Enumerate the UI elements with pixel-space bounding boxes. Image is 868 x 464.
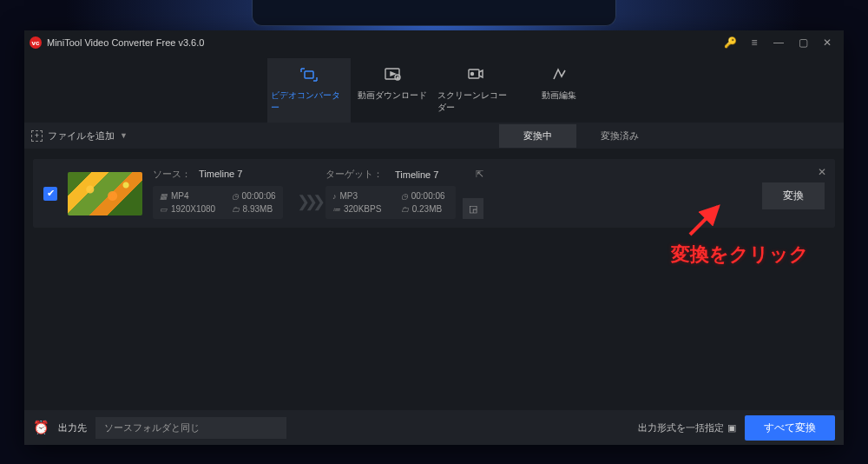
chevron-down-icon[interactable]: ▼ — [120, 131, 128, 140]
output-folder-value: ソースフォルダと同じ — [104, 421, 200, 434]
clock-icon: ◷ — [232, 192, 239, 201]
tab-label: 動画ダウンロード — [358, 89, 427, 102]
settings-square-icon: ▣ — [727, 422, 736, 434]
resolution-icon: ▭ — [160, 205, 168, 214]
download-icon — [383, 65, 402, 84]
source-info: ソース： Timeline 7 ▦MP4 ◷00:00:06 ▭1920X108… — [153, 168, 283, 219]
source-name: Timeline 7 — [199, 169, 242, 179]
app-window: vc MiniTool Video Converter Free v3.6.0 … — [24, 30, 844, 445]
source-format: MP4 — [171, 191, 189, 201]
status-tabs: 変換中 変換済み — [499, 124, 663, 148]
clock-icon: ◷ — [401, 192, 408, 201]
tab-label: ビデオコンバーター — [271, 89, 347, 114]
target-format: MP3 — [340, 191, 358, 201]
editor-icon — [549, 65, 569, 84]
tab-done[interactable]: 変換済み — [576, 124, 663, 148]
tab-video-download[interactable]: 動画ダウンロード — [351, 58, 434, 123]
storage-icon: 🗀 — [232, 205, 240, 214]
output-folder-select[interactable]: ソースフォルダと同じ — [95, 417, 286, 439]
recorder-icon — [466, 65, 485, 84]
svg-rect-0 — [305, 71, 313, 78]
tab-video-editor[interactable]: 動画編集 — [517, 58, 601, 123]
target-settings-button[interactable]: ◲ — [463, 198, 483, 219]
target-duration: 00:00:06 — [411, 191, 445, 201]
win11-taskbar-top — [252, 0, 616, 26]
tab-label: スクリーンレコーダー — [437, 89, 514, 114]
svg-point-4 — [471, 73, 474, 76]
add-file-label: ファイルを追加 — [48, 129, 115, 143]
tab-in-progress[interactable]: 変換中 — [499, 124, 576, 148]
source-duration: 00:00:06 — [242, 191, 276, 201]
target-size: 0.23MB — [412, 204, 442, 214]
app-title: MiniTool Video Converter Free v3.6.0 — [47, 37, 204, 48]
maximize-icon[interactable]: ▢ — [797, 36, 809, 49]
batch-format-link[interactable]: 出力形式を一括指定 ▣ — [638, 421, 736, 434]
tab-video-converter[interactable]: ビデオコンバーター — [267, 58, 351, 123]
converter-icon — [299, 65, 319, 84]
add-file-button[interactable]: + ファイルを追加 ▼ — [31, 129, 128, 143]
remove-task-icon[interactable]: ✕ — [818, 166, 826, 178]
premium-key-icon[interactable]: 🔑 — [724, 36, 736, 49]
arrow-separator-icon: ❯❯❯ — [297, 192, 320, 211]
target-info: ターゲット： Timeline 7 ⇱ ♪MP3 ◷00:00:06 ≔320K… — [326, 168, 483, 219]
main-tabs: ビデオコンバーター 動画ダウンロード スクリーンレコーダー 動画編集 — [24, 55, 844, 123]
source-label: ソース： — [153, 169, 191, 179]
schedule-icon[interactable]: ⏰ — [33, 420, 49, 435]
minimize-icon[interactable]: — — [773, 36, 785, 49]
source-size: 8.93MB — [243, 204, 273, 214]
music-icon: ♪ — [332, 192, 337, 201]
target-label: ターゲット： — [326, 168, 383, 181]
task-list: ✕ ✔ ソース： Timeline 7 ▦MP4 ◷00:00:06 ▭1920… — [24, 149, 844, 410]
task-row: ✕ ✔ ソース： Timeline 7 ▦MP4 ◷00:00:06 ▭1920… — [33, 159, 835, 228]
source-resolution: 1920X1080 — [171, 204, 215, 214]
annotation-text: 変換をクリック — [671, 242, 809, 268]
convert-button[interactable]: 変換 — [762, 182, 825, 209]
bitrate-icon: ≔ — [332, 205, 340, 214]
storage-icon: 🗀 — [401, 205, 409, 214]
batch-format-label: 出力形式を一括指定 — [638, 421, 724, 434]
film-icon: ▦ — [160, 192, 168, 201]
tab-label: 動画編集 — [542, 89, 576, 102]
menu-icon[interactable]: ≡ — [748, 36, 760, 49]
window-controls: 🔑 ≡ — ▢ ✕ — [724, 36, 838, 49]
tab-screen-recorder[interactable]: スクリーンレコーダー — [434, 58, 517, 123]
task-checkbox[interactable]: ✔ — [43, 187, 57, 201]
titlebar: vc MiniTool Video Converter Free v3.6.0 … — [24, 30, 844, 55]
add-plus-icon: + — [31, 130, 43, 142]
app-logo-icon: vc — [30, 36, 42, 49]
edit-target-icon[interactable]: ⇱ — [476, 169, 483, 180]
convert-all-button[interactable]: すべて変換 — [745, 415, 835, 441]
target-name: Timeline 7 — [395, 169, 438, 180]
video-thumbnail[interactable] — [68, 172, 142, 215]
close-icon[interactable]: ✕ — [821, 36, 833, 49]
secondary-bar: + ファイルを追加 ▼ 変換中 変換済み — [24, 123, 844, 149]
footer-bar: ⏰ 出力先 ソースフォルダと同じ 出力形式を一括指定 ▣ すべて変換 — [24, 410, 844, 445]
target-bitrate: 320KBPS — [344, 204, 381, 214]
output-label: 出力先 — [58, 421, 87, 434]
